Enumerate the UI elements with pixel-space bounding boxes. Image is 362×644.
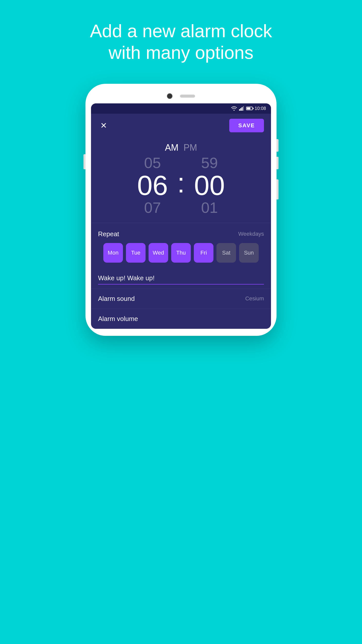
alarm-name-section: [91, 266, 271, 289]
close-button[interactable]: ✕: [98, 120, 109, 131]
hour-current: 06: [137, 172, 168, 199]
status-icons: 10:08: [231, 106, 266, 111]
alarm-sound-label: Alarm sound: [98, 295, 135, 303]
days-row: MonTueWedThuFriSatSun: [98, 243, 264, 263]
day-btn-mon[interactable]: Mon: [103, 243, 123, 263]
time-colon: :: [177, 169, 185, 202]
am-pm-row: AM PM: [165, 142, 197, 153]
svg-rect-2: [242, 107, 243, 111]
day-btn-wed[interactable]: Wed: [149, 243, 168, 263]
signal-icon: [239, 106, 244, 111]
day-btn-sat[interactable]: Sat: [216, 243, 236, 263]
hour-column[interactable]: 05 06 07: [130, 155, 175, 215]
left-button: [83, 154, 85, 169]
phone-screen: 10:08 ✕ SAVE AM PM 05 06 07: [91, 103, 271, 329]
battery-icon: [246, 107, 253, 110]
alarm-name-input[interactable]: [98, 272, 264, 285]
day-btn-sun[interactable]: Sun: [239, 243, 259, 263]
svg-rect-0: [239, 109, 240, 111]
minute-next: 01: [201, 200, 218, 215]
repeat-header: Repeat Weekdays: [98, 230, 264, 238]
day-btn-tue[interactable]: Tue: [126, 243, 146, 263]
front-camera: [167, 93, 172, 99]
repeat-value: Weekdays: [238, 231, 264, 237]
repeat-label: Repeat: [98, 230, 119, 238]
repeat-section: Repeat Weekdays MonTueWedThuFriSatSun: [91, 223, 271, 266]
svg-rect-1: [240, 108, 241, 111]
minute-current: 00: [194, 172, 225, 199]
earpiece: [180, 95, 195, 98]
am-label[interactable]: AM: [165, 142, 178, 153]
headline-line2: with many options: [109, 43, 253, 63]
svg-rect-3: [243, 106, 244, 111]
volume-up-button[interactable]: [277, 139, 279, 152]
wifi-icon: [231, 106, 237, 111]
phone-mockup: 10:08 ✕ SAVE AM PM 05 06 07: [85, 84, 277, 336]
app-header: ✕ SAVE: [91, 114, 271, 137]
day-btn-thu[interactable]: Thu: [171, 243, 191, 263]
headline-line1: Add a new alarm clock: [90, 21, 272, 41]
phone-top: [91, 91, 271, 103]
alarm-volume-row[interactable]: Alarm volume: [91, 309, 271, 329]
status-bar: 10:08: [91, 103, 271, 114]
status-time: 10:08: [255, 106, 266, 111]
minute-column[interactable]: 59 00 01: [187, 155, 232, 215]
alarm-sound-value: Cesium: [245, 295, 264, 302]
alarm-sound-row[interactable]: Alarm sound Cesium: [91, 289, 271, 309]
volume-down-button[interactable]: [277, 157, 279, 169]
time-section: AM PM 05 06 07 : 59 00 01: [91, 137, 271, 218]
save-button[interactable]: SAVE: [229, 119, 264, 132]
headline: Add a new alarm clock with many options: [60, 0, 302, 79]
power-button[interactable]: [277, 179, 279, 199]
alarm-volume-label: Alarm volume: [98, 315, 138, 323]
minute-prev: 59: [201, 155, 218, 171]
hour-next: 07: [144, 200, 161, 215]
time-picker: 05 06 07 : 59 00 01: [130, 155, 232, 215]
hour-prev: 05: [144, 155, 161, 171]
pm-label[interactable]: PM: [184, 142, 197, 153]
day-btn-fri[interactable]: Fri: [194, 243, 213, 263]
